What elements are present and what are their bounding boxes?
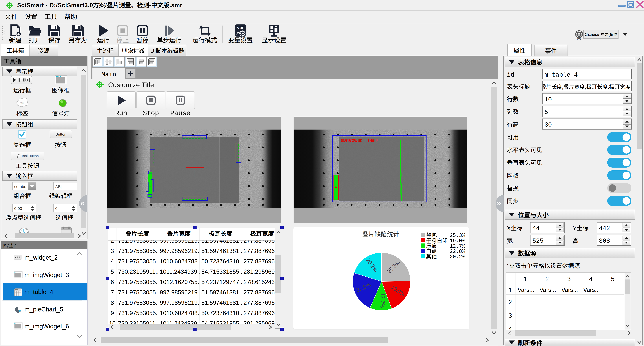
svg-text:叠片缺陷检测：干料白印: 叠片缺陷检测：干料白印	[341, 138, 378, 142]
svg-text:var: var	[237, 25, 244, 30]
svg-text:12.7%: 12.7%	[379, 293, 386, 308]
svg-text:A: A	[577, 34, 581, 41]
